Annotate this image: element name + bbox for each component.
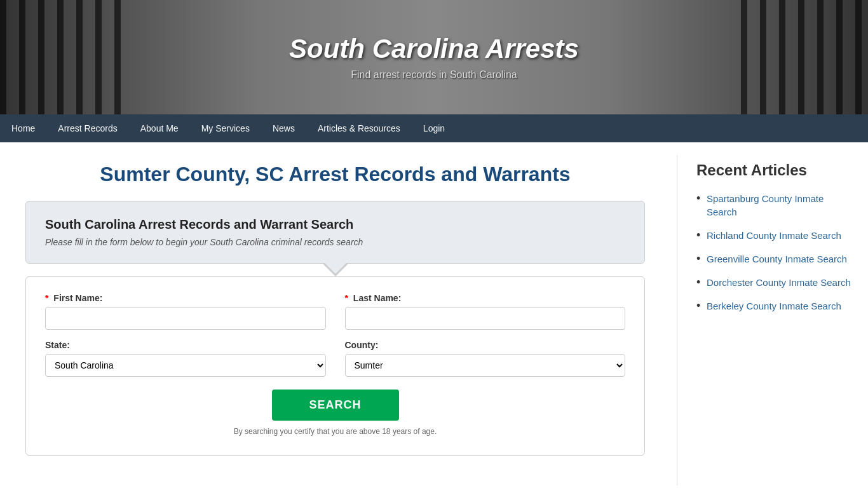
list-item: Berkeley County Inmate Search [696,299,855,313]
page-title: Sumter County, SC Arrest Records and War… [25,161,645,188]
county-label: County: [345,340,626,350]
layout-divider [677,155,677,485]
county-select[interactable]: Sumter Abbeville Aiken Berkeley Charlest… [345,354,626,377]
name-row: * First Name: * Last Name: [45,293,625,330]
search-box-title: South Carolina Arrest Records and Warran… [45,217,625,232]
main-nav: Home Arrest Records About Me My Services… [0,114,868,142]
article-link-greenville[interactable]: Greenville County Inmate Search [707,254,847,264]
last-name-group: * Last Name: [345,293,626,330]
article-link-spartanburg[interactable]: Spartanburg County Inmate Search [707,193,824,217]
article-link-dorchester[interactable]: Dorchester County Inmate Search [707,277,851,288]
form-note: By searching you certify that you are ab… [45,427,625,436]
nav-login[interactable]: Login [412,114,456,142]
content-area: Sumter County, SC Arrest Records and War… [13,155,658,485]
location-row: State: South Carolina Alabama Alaska Ari… [45,340,625,377]
search-button[interactable]: SEARCH [272,390,399,421]
county-group: County: Sumter Abbeville Aiken Berkeley … [345,340,626,377]
search-box-info: South Carolina Arrest Records and Warran… [25,201,645,264]
list-item: Richland County Inmate Search [696,229,855,242]
first-name-input[interactable] [45,307,326,330]
sidebar-title: Recent Articles [696,161,855,179]
nav-home[interactable]: Home [0,114,46,142]
site-header: South Carolina Arrests Find arrest recor… [0,0,868,114]
state-label: State: [45,340,326,350]
sidebar-articles-list: Spartanburg County Inmate Search Richlan… [696,192,855,313]
list-item: Spartanburg County Inmate Search [696,192,855,219]
nav-arrest-records[interactable]: Arrest Records [46,114,128,142]
header-right-bars [741,0,868,114]
article-link-berkeley[interactable]: Berkeley County Inmate Search [707,301,841,311]
list-item: Dorchester County Inmate Search [696,276,855,289]
last-name-input[interactable] [345,307,626,330]
first-name-group: * First Name: [45,293,326,330]
main-layout: Sumter County, SC Arrest Records and War… [0,142,868,488]
nav-about-me[interactable]: About Me [129,114,190,142]
nav-my-services[interactable]: My Services [190,114,261,142]
last-name-required: * [345,293,348,303]
search-form: * First Name: * Last Name: State: [25,276,645,456]
state-group: State: South Carolina Alabama Alaska Ari… [45,340,326,377]
nav-news[interactable]: News [261,114,306,142]
nav-articles-resources[interactable]: Articles & Resources [306,114,412,142]
last-name-label: * Last Name: [345,293,626,303]
search-box-subtitle: Please fill in the form below to begin y… [45,237,625,247]
list-item: Greenville County Inmate Search [696,252,855,266]
first-name-required: * [45,293,48,303]
site-title: South Carolina Arrests [289,34,579,64]
first-name-label: * First Name: [45,293,326,303]
header-left-bars [0,0,127,114]
state-select[interactable]: South Carolina Alabama Alaska Arizona Ar… [45,354,326,377]
search-box-arrow [323,264,348,276]
site-subtitle: Find arrest records in South Carolina [351,69,517,81]
article-link-richland[interactable]: Richland County Inmate Search [707,230,841,241]
sidebar: Recent Articles Spartanburg County Inmat… [696,155,855,485]
